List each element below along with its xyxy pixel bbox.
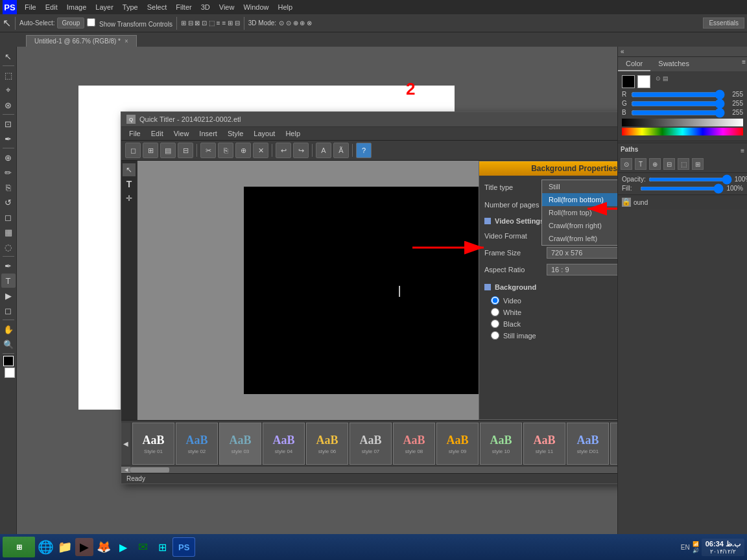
qt-delete-btn[interactable]: ✕ <box>253 143 268 158</box>
panel-options-btn[interactable]: ≡ <box>741 57 747 71</box>
lasso-tool[interactable]: ⌖ <box>1 83 16 97</box>
qt-font-btn[interactable]: A <box>316 143 331 158</box>
menu-help[interactable]: Help <box>274 2 297 12</box>
blue-slider[interactable] <box>631 110 725 115</box>
frame-size-input[interactable] <box>547 247 617 259</box>
red-slider[interactable] <box>631 92 725 97</box>
dropdown-option-roll-bottom[interactable]: Roll(from bottom) <box>542 193 617 206</box>
qt-save-btn[interactable]: ▤ <box>160 143 176 158</box>
style-item-02[interactable]: AaB style 02 <box>176 423 218 465</box>
path-tool-1[interactable]: ⊙ <box>621 158 632 170</box>
eraser-tool[interactable]: ◻ <box>1 210 16 224</box>
background-color[interactable] <box>5 368 15 378</box>
blur-tool[interactable]: ◌ <box>1 240 16 254</box>
marquee-tool[interactable]: ⬚ <box>1 68 16 82</box>
style-item-09[interactable]: AaB style 09 <box>436 423 479 465</box>
path-tool-5[interactable]: ⬚ <box>678 158 689 170</box>
qt-menu-help[interactable]: Help <box>280 128 305 139</box>
style-item-03[interactable]: AaB style 03 <box>219 423 261 465</box>
color-tab[interactable]: Color <box>618 57 650 71</box>
qt-menu-edit[interactable]: Edit <box>146 128 169 139</box>
style-item-11[interactable]: AaB style 11 <box>523 423 565 465</box>
qt-export-btn[interactable]: ⊟ <box>178 143 193 158</box>
pen-tool[interactable]: ✒ <box>1 259 16 273</box>
qt-menu-insert[interactable]: Insert <box>194 128 222 139</box>
qt-cut-btn[interactable]: ✂ <box>200 143 216 158</box>
healing-tool[interactable]: ⊕ <box>1 150 16 165</box>
brush-tool[interactable]: ✏ <box>1 165 16 180</box>
qt-undo-btn[interactable]: ↩ <box>276 143 291 158</box>
menu-view[interactable]: View <box>215 2 239 12</box>
bg-video-radio[interactable] <box>491 296 499 305</box>
document-tab[interactable]: Untitled-1 @ 66.7% (RGB/8) * × <box>26 35 137 47</box>
style-item-D02[interactable]: AaB style D02 <box>610 423 617 465</box>
color-spectrum-bar[interactable] <box>622 128 743 135</box>
qt-style-btn[interactable]: Ã <box>333 143 349 158</box>
menu-file[interactable]: File <box>21 2 40 12</box>
style-item-01[interactable]: AaB Style 01 <box>132 423 174 465</box>
qt-open-btn[interactable]: ⊞ <box>143 143 158 158</box>
qt-text-tool[interactable]: T <box>123 178 136 191</box>
style-item-D01[interactable]: AaB style D01 <box>567 423 609 465</box>
transform-controls-checkbox[interactable] <box>87 18 95 27</box>
background-swatch[interactable] <box>637 75 650 88</box>
style-item-08[interactable]: AaB style 08 <box>393 423 435 465</box>
dropdown-option-crawl-right[interactable]: Crawl(from right) <box>542 219 617 232</box>
menu-layer[interactable]: Layer <box>91 2 117 12</box>
video-settings-toggle[interactable] <box>484 218 491 224</box>
taskbar-terminal-icon[interactable]: ⊞ <box>153 538 171 556</box>
layer-lock-icon[interactable]: 🔒 <box>622 198 631 207</box>
color-gradient-bar[interactable] <box>622 119 743 126</box>
style-item-06[interactable]: AaB style 06 <box>306 423 348 465</box>
dropdown-option-crawl-left[interactable]: Crawl(from left) <box>542 232 617 245</box>
path-tool-2[interactable]: T <box>635 158 646 170</box>
shape-tool[interactable]: ◻ <box>1 303 16 318</box>
bg-black-radio[interactable] <box>491 320 499 328</box>
aspect-ratio-input[interactable] <box>547 264 617 275</box>
taskbar-clock[interactable]: 06:34 ب.ظ ۲۰۱۴/۱۲/۲ <box>702 539 744 556</box>
qt-help-btn[interactable]: ? <box>356 143 372 158</box>
transform-controls-label[interactable]: Show Transform Controls <box>87 18 172 28</box>
qt-copy-btn[interactable]: ⎘ <box>218 143 233 158</box>
qt-paste-btn[interactable]: ⊕ <box>235 143 251 158</box>
green-slider[interactable] <box>631 101 725 106</box>
stamp-tool[interactable]: ⎘ <box>1 180 16 194</box>
foreground-swatch[interactable] <box>622 75 635 88</box>
zoom-tool[interactable]: 🔍 <box>1 337 16 351</box>
foreground-color[interactable] <box>3 356 14 366</box>
style-item-04[interactable]: AaB style 04 <box>263 423 305 465</box>
style-scroll-h-left[interactable]: ◀ <box>121 467 130 473</box>
taskbar-media-icon[interactable]: ▶ <box>75 538 93 556</box>
menu-edit[interactable]: Edit <box>42 2 62 12</box>
fill-slider[interactable] <box>640 187 724 191</box>
crop-tool[interactable]: ⊡ <box>1 117 16 131</box>
background-toggle[interactable] <box>484 284 491 290</box>
taskbar-ps-item[interactable]: PS <box>172 537 195 557</box>
tab-close-button[interactable]: × <box>124 38 128 45</box>
menu-filter[interactable]: Filter <box>172 2 195 12</box>
eyedropper-tool[interactable]: ✒ <box>1 132 16 146</box>
group-dropdown[interactable]: Group <box>57 18 84 29</box>
gradient-tool[interactable]: ▦ <box>1 225 16 239</box>
quick-select-tool[interactable]: ⊛ <box>1 98 16 112</box>
qt-menu-view[interactable]: View <box>169 128 195 139</box>
taskbar-arrow-icon[interactable]: ▶ <box>114 538 132 556</box>
path-tool-6[interactable]: ⊞ <box>692 158 704 170</box>
qt-new-btn[interactable]: ◻ <box>125 143 141 158</box>
paths-options-btn[interactable]: ≡ <box>741 147 744 154</box>
path-tool[interactable]: ▶ <box>1 288 16 303</box>
dropdown-option-roll-top[interactable]: Roll(from top) <box>542 206 617 219</box>
taskbar-firefox-icon[interactable]: 🦊 <box>95 538 113 556</box>
qt-menu-layout[interactable]: Layout <box>248 128 280 139</box>
dropdown-option-still[interactable]: Still <box>542 180 617 193</box>
style-item-10[interactable]: AaB style 10 <box>480 423 522 465</box>
path-tool-4[interactable]: ⊟ <box>663 158 675 170</box>
menu-type[interactable]: Type <box>119 2 142 12</box>
taskbar-files-icon[interactable]: 📁 <box>56 538 74 556</box>
bg-still-image-radio[interactable] <box>491 331 499 340</box>
swatches-tab[interactable]: Swatches <box>650 57 697 71</box>
hand-tool[interactable]: ✋ <box>1 322 16 336</box>
style-scroll-left[interactable]: ◀ <box>121 423 130 465</box>
menu-image[interactable]: Image <box>63 2 91 12</box>
panel-collapse-btn[interactable]: « <box>618 47 627 56</box>
